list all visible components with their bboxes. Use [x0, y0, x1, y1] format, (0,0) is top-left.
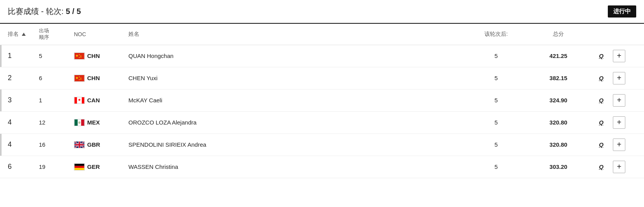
noc-cell: CAN: [74, 97, 128, 104]
round-score-cell: 5: [465, 75, 527, 81]
name-cell: WASSEN Christina: [128, 163, 465, 170]
order-cell: 19: [39, 163, 74, 170]
expand-button[interactable]: +: [613, 161, 625, 173]
name-cell: SPENDOLINI SIRIEIX Andrea: [128, 141, 465, 148]
expand-button[interactable]: +: [613, 50, 625, 62]
noc-cell: GBR: [74, 141, 128, 148]
total-score-cell: 303.20: [527, 163, 590, 170]
total-score-cell: 320.80: [527, 119, 590, 126]
noc-label: GER: [87, 163, 100, 170]
title-prefix: 比赛成绩 - 轮次:: [8, 7, 66, 16]
svg-text:★: ★: [79, 56, 80, 58]
q-badge: Q: [590, 163, 613, 170]
noc-label: MEX: [87, 119, 100, 126]
svg-text:★: ★: [79, 79, 80, 81]
total-score-cell: 320.80: [527, 141, 590, 148]
q-badge: Q: [590, 75, 613, 81]
svg-text:★: ★: [75, 54, 79, 58]
total-score-cell: 382.15: [527, 75, 590, 81]
table-row: 3 1 CAN McKAY Caeli 5 324.90 Q +: [0, 89, 644, 112]
order-cell: 12: [39, 119, 74, 126]
total-score-cell: 324.90: [527, 97, 590, 104]
expand-button[interactable]: +: [613, 116, 625, 129]
col-header-total: 总分: [527, 31, 590, 38]
header-bar: 比赛成绩 - 轮次: 5 / 5 进行中: [0, 0, 644, 24]
total-score-cell: 421.25: [527, 53, 590, 59]
noc-cell: MEX: [74, 119, 128, 126]
rank-cell: 4: [8, 140, 39, 149]
q-badge: Q: [590, 53, 613, 59]
order-cell: 6: [39, 75, 74, 81]
svg-rect-14: [82, 97, 84, 104]
table-row: 4 16 GBR SPENDOLINI SIRIEIX Andrea 5 320…: [0, 134, 644, 156]
round-score-cell: 5: [465, 163, 527, 170]
round-score-cell: 5: [465, 53, 527, 59]
rank-cell: 3: [8, 96, 39, 104]
svg-text:★: ★: [80, 78, 82, 80]
svg-text:★: ★: [75, 76, 79, 80]
status-badge: 进行中: [608, 5, 636, 18]
svg-rect-18: [81, 119, 84, 126]
order-cell: 16: [39, 141, 74, 148]
rank-cell: 2: [8, 74, 39, 82]
table-header: 排名 出场顺序 NOC 姓名 该轮次后: 总分: [0, 24, 644, 45]
svg-rect-31: [75, 168, 84, 170]
q-badge: Q: [590, 119, 613, 126]
noc-label: CHN: [87, 75, 100, 81]
name-cell: QUAN Hongchan: [128, 53, 465, 59]
noc-cell: ★ ★ ★ ★ ★ CHN: [74, 75, 128, 82]
col-header-rank: 排名: [8, 31, 39, 38]
svg-rect-17: [75, 119, 78, 126]
name-cell: CHEN Yuxi: [128, 75, 465, 81]
col-header-noc: NOC: [74, 31, 128, 37]
rank-cell: 1: [8, 52, 39, 60]
order-cell: 1: [39, 97, 74, 104]
round-score-cell: 5: [465, 141, 527, 148]
noc-label: GBR: [87, 141, 100, 148]
page-title: 比赛成绩 - 轮次: 5 / 5: [8, 6, 81, 17]
col-header-name: 姓名: [128, 31, 465, 38]
name-cell: OROZCO LOZA Alejandra: [128, 119, 465, 126]
rank-cell: 4: [8, 118, 39, 126]
noc-cell: ★ ★ ★ ★ ★ CHN: [74, 53, 128, 60]
rank-cell: 6: [8, 163, 39, 171]
table-row: 1 5 ★ ★ ★ ★ ★ CHN QUAN Hongchan 5 421.25…: [0, 45, 644, 67]
noc-label: CHN: [87, 53, 100, 59]
noc-cell: GER: [74, 163, 128, 170]
col-header-round-score: 该轮次后:: [465, 31, 527, 38]
svg-text:★: ★: [80, 56, 82, 58]
title-round: 5 / 5: [66, 7, 81, 16]
svg-rect-13: [75, 97, 77, 104]
col-header-order: 出场顺序: [39, 28, 74, 41]
table-row: 6 19 GER WASSEN Christina 5 303.20 Q +: [0, 156, 644, 178]
round-score-cell: 5: [465, 119, 527, 126]
svg-point-19: [78, 121, 80, 124]
expand-button[interactable]: +: [613, 139, 625, 151]
table-row: 4 12 MEX OROZCO LOZA Alejandra 5 320.80 …: [0, 112, 644, 134]
round-score-cell: 5: [465, 97, 527, 104]
q-badge: Q: [590, 141, 613, 148]
table-body: 1 5 ★ ★ ★ ★ ★ CHN QUAN Hongchan 5 421.25…: [0, 45, 644, 178]
sort-arrow-icon: [22, 33, 26, 36]
table-row: 2 6 ★ ★ ★ ★ ★ CHN CHEN Yuxi 5 382.15 Q +: [0, 67, 644, 89]
expand-button[interactable]: +: [613, 94, 625, 107]
noc-label: CAN: [87, 97, 100, 104]
order-cell: 5: [39, 53, 74, 59]
name-cell: McKAY Caeli: [128, 97, 465, 104]
svg-rect-30: [75, 166, 84, 168]
q-badge: Q: [590, 97, 613, 104]
svg-rect-29: [75, 164, 84, 166]
expand-button[interactable]: +: [613, 72, 625, 84]
svg-rect-28: [75, 144, 84, 146]
